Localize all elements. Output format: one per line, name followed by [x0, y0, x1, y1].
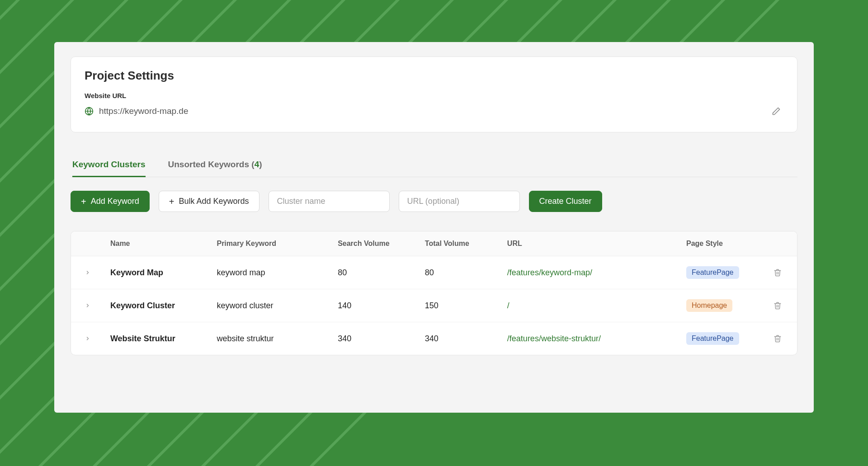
col-expand: [71, 231, 105, 256]
cell-url[interactable]: /features/keyword-map/: [507, 268, 592, 277]
trash-icon[interactable]: [774, 268, 792, 277]
website-url-value: https://keyword-map.de: [99, 106, 188, 116]
cell-name: Website Struktur: [105, 322, 212, 355]
chevron-right-icon[interactable]: [85, 303, 90, 308]
project-settings-card: Project Settings Website URL https://key…: [71, 56, 797, 132]
col-name: Name: [105, 231, 212, 256]
add-keyword-button[interactable]: + Add Keyword: [71, 191, 150, 212]
cell-url[interactable]: /features/website-struktur/: [507, 334, 601, 343]
cluster-name-input[interactable]: [269, 191, 390, 212]
tab-keyword-clusters[interactable]: Keyword Clusters: [72, 160, 146, 177]
button-label: Add Keyword: [91, 197, 139, 206]
page-title: Project Settings: [85, 69, 783, 83]
cell-primary-keyword: website struktur: [211, 322, 332, 355]
plus-icon: +: [81, 197, 86, 206]
pencil-icon: [772, 107, 781, 116]
cell-search-volume: 80: [332, 256, 420, 289]
table-row: Keyword Clusterkeyword cluster140150/Hom…: [71, 289, 797, 322]
trash-icon[interactable]: [774, 301, 792, 310]
table-row: Keyword Mapkeyword map8080/features/keyw…: [71, 256, 797, 289]
button-label: Bulk Add Keywords: [179, 197, 249, 206]
tabs: Keyword Clusters Unsorted Keywords (4): [71, 160, 797, 177]
col-total-volume: Total Volume: [420, 231, 502, 256]
tab-label-prefix: Unsorted Keywords (: [168, 160, 255, 169]
cell-primary-keyword: keyword cluster: [211, 289, 332, 322]
cell-name: Keyword Cluster: [105, 289, 212, 322]
cell-primary-keyword: keyword map: [211, 256, 332, 289]
chevron-right-icon[interactable]: [85, 336, 90, 341]
tab-label-suffix: ): [259, 160, 262, 169]
clusters-table: Name Primary Keyword Search Volume Total…: [71, 231, 797, 355]
app-frame: Project Settings Website URL https://key…: [54, 42, 814, 413]
cluster-url-input[interactable]: [399, 191, 520, 212]
col-search-volume: Search Volume: [332, 231, 420, 256]
trash-icon[interactable]: [774, 334, 792, 343]
button-label: Create Cluster: [539, 197, 592, 206]
col-page-style: Page Style: [681, 231, 768, 256]
create-cluster-button[interactable]: Create Cluster: [529, 191, 602, 212]
globe-icon: [85, 107, 94, 116]
cell-total-volume: 80: [420, 256, 502, 289]
tab-count: 4: [255, 160, 259, 169]
cell-url[interactable]: /: [507, 301, 509, 310]
table-row: Website Strukturwebsite struktur340340/f…: [71, 322, 797, 355]
col-primary-keyword: Primary Keyword: [211, 231, 332, 256]
tab-unsorted-keywords[interactable]: Unsorted Keywords (4): [168, 160, 262, 177]
cell-total-volume: 340: [420, 322, 502, 355]
page-style-badge: FeaturePage: [686, 266, 739, 279]
cell-search-volume: 340: [332, 322, 420, 355]
cell-total-volume: 150: [420, 289, 502, 322]
col-url: URL: [502, 231, 681, 256]
website-url-label: Website URL: [85, 92, 783, 99]
chevron-right-icon[interactable]: [85, 270, 90, 275]
page-style-badge: FeaturePage: [686, 332, 739, 345]
bulk-add-keywords-button[interactable]: + Bulk Add Keywords: [159, 191, 259, 212]
toolbar: + Add Keyword + Bulk Add Keywords Create…: [71, 191, 797, 212]
cell-name: Keyword Map: [105, 256, 212, 289]
page-style-badge: Homepage: [686, 299, 732, 312]
col-actions: [768, 231, 797, 256]
edit-url-button[interactable]: [769, 104, 783, 118]
plus-icon: +: [169, 197, 175, 206]
tab-label: Keyword Clusters: [72, 160, 146, 169]
cell-search-volume: 140: [332, 289, 420, 322]
